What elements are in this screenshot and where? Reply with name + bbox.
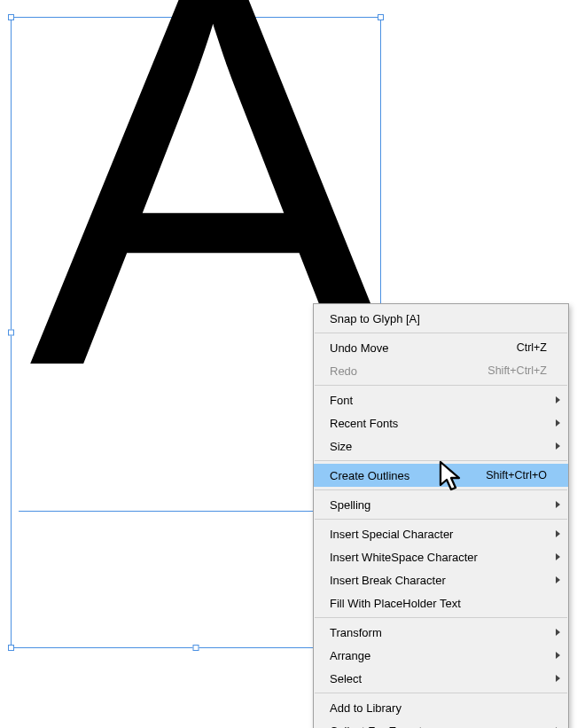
submenu-arrow-icon [556, 501, 560, 508]
menu-separator [315, 460, 567, 461]
menu-shortcut: Shift+Ctrl+O [486, 469, 547, 481]
menu-arrange[interactable]: Arrange [314, 644, 568, 667]
menu-label: Size [330, 440, 547, 453]
menu-separator [315, 617, 567, 618]
menu-label: Transform [330, 626, 547, 639]
menu-redo: Redo Shift+Ctrl+Z [314, 359, 568, 382]
submenu-arrow-icon [556, 576, 560, 583]
menu-separator [315, 385, 567, 386]
menu-label: Undo Move [330, 341, 517, 355]
menu-label: Recent Fonts [330, 417, 547, 430]
handle-bottom-left[interactable] [8, 645, 14, 651]
submenu-arrow-icon [556, 553, 560, 560]
menu-separator [315, 519, 567, 520]
handle-bottom[interactable] [193, 645, 199, 651]
menu-label: Select [330, 672, 547, 685]
menu-label: Spelling [330, 498, 547, 512]
menu-insert-break-character[interactable]: Insert Break Character [314, 568, 568, 591]
menu-shortcut: Ctrl+Z [517, 341, 547, 354]
submenu-arrow-icon [556, 675, 560, 682]
handle-left[interactable] [8, 330, 14, 336]
menu-undo[interactable]: Undo Move Ctrl+Z [314, 336, 568, 359]
menu-label: Font [330, 394, 547, 407]
submenu-arrow-icon [556, 629, 560, 636]
menu-label: Insert Break Character [330, 574, 547, 587]
menu-label: Insert Special Character [330, 528, 547, 541]
handle-top-left[interactable] [8, 14, 14, 20]
menu-label: Arrange [330, 649, 547, 662]
menu-label: Snap to Glyph [A] [330, 312, 547, 325]
menu-separator [315, 333, 567, 333]
menu-font[interactable]: Font [314, 388, 568, 411]
menu-label: Fill With PlaceHolder Text [330, 597, 547, 610]
menu-shortcut: Shift+Ctrl+Z [487, 364, 547, 377]
submenu-arrow-icon [556, 419, 560, 427]
menu-select[interactable]: Select [314, 667, 568, 690]
menu-separator [315, 489, 567, 490]
menu-spelling[interactable]: Spelling [314, 493, 568, 516]
menu-label: Add to Library [330, 701, 547, 715]
submenu-arrow-icon [556, 442, 560, 450]
submenu-arrow-icon [556, 396, 560, 403]
menu-collect-for-export[interactable]: Collect For Export [314, 719, 568, 728]
menu-label: Insert WhiteSpace Character [330, 551, 547, 564]
handle-top[interactable] [193, 14, 199, 20]
menu-snap-to-glyph[interactable]: Snap to Glyph [A] [314, 307, 568, 330]
menu-fill-with-placeholder-text[interactable]: Fill With PlaceHolder Text [314, 591, 568, 614]
menu-recent-fonts[interactable]: Recent Fonts [314, 411, 568, 434]
menu-create-outlines[interactable]: Create Outlines Shift+Ctrl+O [314, 464, 568, 487]
menu-label: Collect For Export [330, 724, 547, 729]
menu-label: Redo [330, 364, 487, 378]
menu-insert-special-character[interactable]: Insert Special Character [314, 522, 568, 545]
submenu-arrow-icon [556, 530, 560, 537]
submenu-arrow-icon [556, 652, 560, 659]
menu-separator [315, 693, 567, 693]
handle-top-right[interactable] [378, 14, 384, 20]
menu-insert-whitespace-character[interactable]: Insert WhiteSpace Character [314, 545, 568, 568]
menu-label: Create Outlines [330, 469, 486, 482]
menu-add-to-library[interactable]: Add to Library [314, 696, 568, 719]
context-menu: Snap to Glyph [A] Undo Move Ctrl+Z Redo … [313, 303, 569, 728]
menu-transform[interactable]: Transform [314, 621, 568, 644]
menu-size[interactable]: Size [314, 434, 568, 458]
